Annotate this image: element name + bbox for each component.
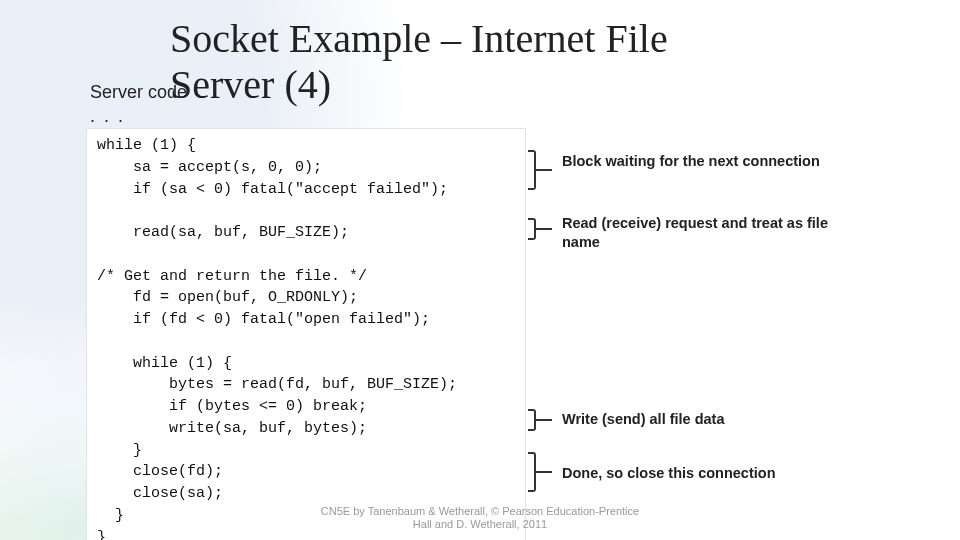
annotation-close: Done, so close this connection [562,464,776,483]
annotation-accept: Block waiting for the next connection [562,152,820,171]
title-line-2: Server (4) [170,62,331,107]
code-listing: while (1) { sa = accept(s, 0, 0); if (sa… [86,128,526,540]
annotation-read: Read (receive) request and treat as file… [562,214,862,252]
slide-title: Socket Example – Internet File Server (4… [170,16,668,108]
slide-footer: CN5E by Tanenbaum & Wetherall, © Pearson… [310,505,650,533]
slide: Socket Example – Internet File Server (4… [0,0,960,540]
annotation-bracket [528,409,536,431]
title-line-1: Socket Example – Internet File [170,16,668,61]
annotation-bracket [528,150,536,190]
annotation-write: Write (send) all file data [562,410,725,429]
annotation-bracket [528,452,536,492]
server-code-label: Server code [90,82,187,103]
annotation-bracket [528,218,536,240]
code-ellipsis: . . . [90,106,125,127]
